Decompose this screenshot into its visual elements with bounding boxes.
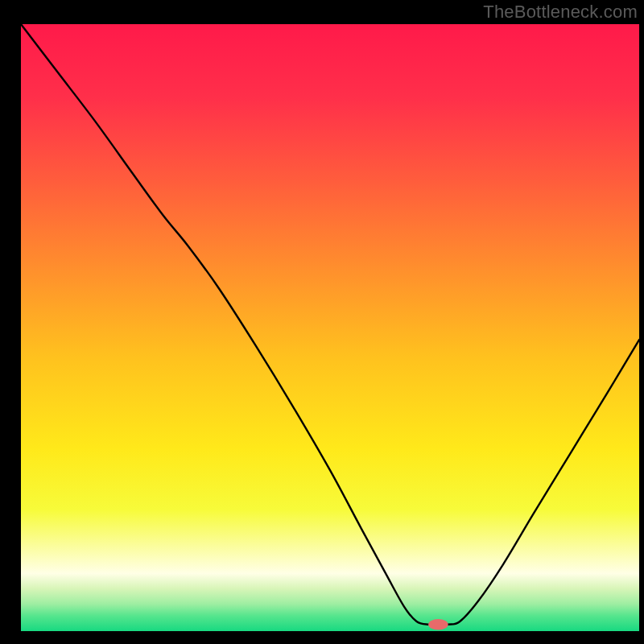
watermark-text: TheBottleneck.com — [483, 2, 638, 23]
bottleneck-chart — [0, 0, 644, 644]
optimal-point-marker — [428, 619, 448, 630]
plot-background — [21, 24, 639, 631]
